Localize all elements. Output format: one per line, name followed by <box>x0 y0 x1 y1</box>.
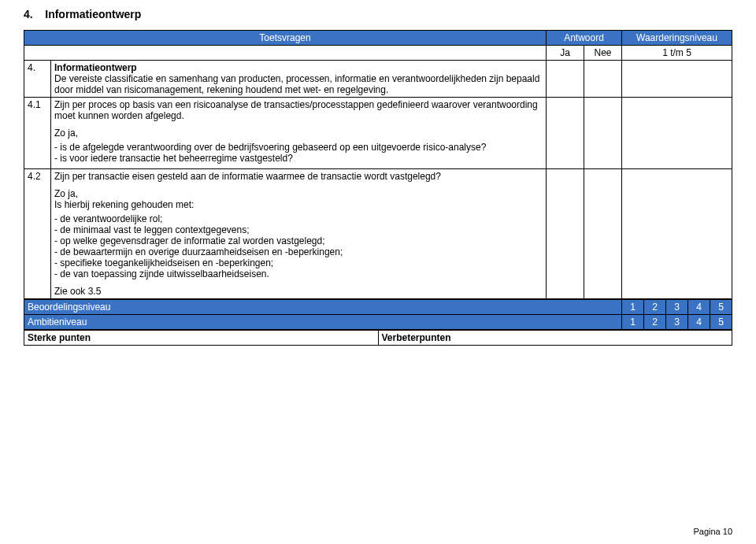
row-number: 4. <box>24 61 51 98</box>
lvl-1: 1 <box>622 315 644 330</box>
table-row: 4.1 Zijn per proces op basis van een ris… <box>24 98 732 169</box>
beoordeling-row: Beoordelingsniveau 1 2 3 4 5 <box>24 300 732 315</box>
header-antwoord: Antwoord <box>546 31 621 46</box>
lvl-2: 2 <box>644 300 666 315</box>
list-item: de verantwoordelijke rol; <box>54 213 543 224</box>
ambitie-row: Ambitieniveau 1 2 3 4 5 <box>24 315 732 330</box>
assessment-table: Toetsvragen Antwoord Waarderingsniveau J… <box>24 30 732 299</box>
list-item: is de afgelegde verantwoording over de b… <box>54 142 543 153</box>
cell-waard <box>622 61 732 98</box>
section-number: 4. <box>24 8 33 20</box>
row-content: Informatieontwerp De vereiste classifica… <box>51 61 547 98</box>
section-heading: 4. Informatieontwerp <box>24 8 732 20</box>
cell-ja <box>546 169 584 299</box>
bottom-table: Sterke punten Verbeterpunten <box>24 330 732 346</box>
row-content: Zijn per transactie eisen gesteld aan de… <box>51 169 547 299</box>
table-row: 4.2 Zijn per transactie eisen gesteld aa… <box>24 169 732 299</box>
document-page: 4. Informatieontwerp Toetsvragen Antwoor… <box>0 0 756 544</box>
list-item: de minimaal vast te leggen contextgegeve… <box>54 224 543 235</box>
levels-table: Beoordelingsniveau 1 2 3 4 5 Ambitienive… <box>24 299 732 330</box>
lvl-5: 5 <box>710 315 732 330</box>
subheader-blank <box>24 46 547 61</box>
header-ja: Ja <box>546 46 584 61</box>
row-42-zieook: Zie ook 3.5 <box>54 286 543 297</box>
lvl-4: 4 <box>688 315 710 330</box>
section-title-text: Informatieontwerp <box>45 8 141 20</box>
cell-ja <box>546 98 584 169</box>
lvl-4: 4 <box>688 300 710 315</box>
sterke-label: Sterke punten <box>28 332 91 343</box>
cell-nee <box>584 61 621 98</box>
sterke-punten: Sterke punten <box>24 331 379 346</box>
list-item: op welke gegevensdrager de informatie za… <box>54 235 543 246</box>
header-scale: 1 t/m 5 <box>622 46 732 61</box>
page-footer: Pagina 10 <box>693 527 732 536</box>
row-4-title: Informatieontwerp <box>54 62 137 73</box>
bottom-row: Sterke punten Verbeterpunten <box>24 331 732 346</box>
lvl-3: 3 <box>666 315 688 330</box>
beoordeling-label: Beoordelingsniveau <box>24 300 622 315</box>
row-41-text: Zijn per proces op basis van een risicoa… <box>54 99 543 121</box>
table-header-row: Toetsvragen Antwoord Waarderingsniveau <box>24 31 732 46</box>
table-subheader-row: Ja Nee 1 t/m 5 <box>24 46 732 61</box>
list-item: specifieke toegankelijkheidseisen en -be… <box>54 257 543 268</box>
verbeter-punten: Verbeterpunten <box>378 331 732 346</box>
row-41-bullets: is de afgelegde verantwoording over de b… <box>54 142 543 164</box>
row-number: 4.2 <box>24 169 51 299</box>
lvl-2: 2 <box>644 315 666 330</box>
header-nee: Nee <box>584 46 621 61</box>
verbeter-label: Verbeterpunten <box>382 332 451 343</box>
lvl-1: 1 <box>622 300 644 315</box>
list-item: de van toepassing zijnde uitwisselbaarhe… <box>54 268 543 279</box>
lvl-5: 5 <box>710 300 732 315</box>
cell-nee <box>584 98 621 169</box>
row-42-zoja: Zo ja, <box>54 188 543 199</box>
list-item: de bewaartermijn en overige duurzaamheid… <box>54 246 543 257</box>
ambitie-label: Ambitieniveau <box>24 315 622 330</box>
row-42-bullets: de verantwoordelijke rol; de minimaal va… <box>54 213 543 279</box>
cell-waard <box>622 98 732 169</box>
header-toetsvragen: Toetsvragen <box>24 31 547 46</box>
list-item: is voor iedere transactie het beheerregi… <box>54 153 543 164</box>
cell-waard <box>622 169 732 299</box>
lvl-3: 3 <box>666 300 688 315</box>
row-42-intro: Is hierbij rekening gehouden met: <box>54 199 543 210</box>
cell-nee <box>584 169 621 299</box>
header-waarderingsniveau: Waarderingsniveau <box>622 31 732 46</box>
cell-ja <box>546 61 584 98</box>
row-4-desc: De vereiste classificatie en samenhang v… <box>54 73 543 95</box>
row-content: Zijn per proces op basis van een risicoa… <box>51 98 547 169</box>
table-row: 4. Informatieontwerp De vereiste classif… <box>24 61 732 98</box>
row-42-text: Zijn per transactie eisen gesteld aan de… <box>54 171 543 182</box>
row-41-zoja: Zo ja, <box>54 128 543 139</box>
row-number: 4.1 <box>24 98 51 169</box>
